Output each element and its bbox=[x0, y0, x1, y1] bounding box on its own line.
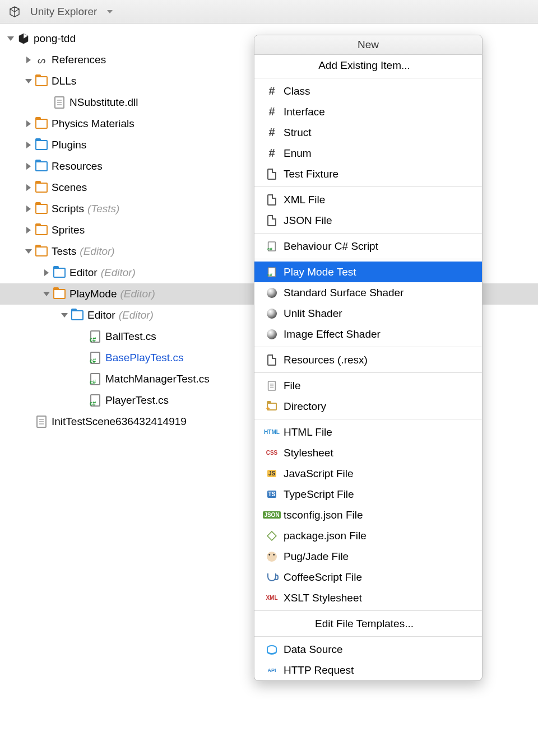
disclosure-icon[interactable] bbox=[40, 292, 53, 296]
menu-label: HTTP Request bbox=[284, 664, 354, 676]
hash-icon: # bbox=[266, 148, 278, 159]
menu-behaviour-script[interactable]: Behaviour C# Script bbox=[254, 236, 482, 256]
tree-label: Editor bbox=[69, 267, 98, 279]
menu-file[interactable]: File bbox=[254, 375, 482, 396]
menu-label: Interface bbox=[284, 106, 325, 118]
menu-interface[interactable]: #Interface bbox=[254, 101, 482, 122]
menu-xslt-stylesheet[interactable]: XMLXSLT Stylesheet bbox=[254, 587, 482, 608]
menu-data-source[interactable]: Data Source bbox=[254, 639, 482, 660]
menu-label: Directory bbox=[284, 400, 326, 413]
tree-label: pong-tdd bbox=[34, 32, 76, 45]
menu-stylesheet[interactable]: CSSStylesheet bbox=[254, 442, 482, 463]
menu-separator bbox=[254, 610, 482, 611]
disclosure-icon[interactable] bbox=[4, 36, 17, 41]
disclosure-icon[interactable] bbox=[22, 57, 35, 63]
disclosure-icon[interactable] bbox=[22, 249, 35, 254]
folder-icon bbox=[35, 203, 48, 215]
menu-html-file[interactable]: HTMLHTML File bbox=[254, 422, 482, 442]
menu-standard-shader[interactable]: Standard Surface Shader bbox=[254, 282, 482, 303]
menu-label: Data Source bbox=[284, 643, 343, 656]
menu-javascript-file[interactable]: JSJavaScript File bbox=[254, 463, 482, 484]
menu-typescript-file[interactable]: TSTypeScript File bbox=[254, 484, 482, 505]
menu-class[interactable]: #Class bbox=[254, 81, 482, 101]
menu-separator bbox=[254, 233, 482, 234]
disclosure-icon[interactable] bbox=[40, 269, 53, 276]
panel-title: Unity Explorer bbox=[30, 6, 97, 18]
menu-xml-file[interactable]: XML File bbox=[254, 189, 482, 210]
disclosure-icon[interactable] bbox=[22, 184, 35, 191]
csharp-file-icon bbox=[89, 330, 102, 343]
menu-coffeescript-file[interactable]: CoffeeScript File bbox=[254, 567, 482, 587]
tree-label: BasePlayTest.cs bbox=[105, 352, 183, 364]
tree-label: BallTest.cs bbox=[105, 330, 156, 343]
tree-label: Resources bbox=[52, 160, 103, 172]
menu-json-file[interactable]: JSON File bbox=[254, 210, 482, 231]
unity-project-icon bbox=[17, 32, 30, 45]
pug-icon bbox=[266, 551, 278, 562]
disclosure-icon[interactable] bbox=[22, 206, 35, 212]
api-icon: API bbox=[266, 665, 278, 676]
tree-label: Scripts bbox=[52, 203, 84, 215]
dropdown-icon[interactable] bbox=[107, 10, 113, 13]
menu-label: CoffeeScript File bbox=[284, 571, 362, 584]
disclosure-icon[interactable] bbox=[22, 120, 35, 127]
coffee-icon bbox=[266, 572, 278, 583]
menu-title: New bbox=[254, 35, 482, 55]
hash-icon: # bbox=[266, 86, 278, 97]
tree-label: References bbox=[52, 54, 106, 66]
menu-enum[interactable]: #Enum bbox=[254, 143, 482, 164]
file-icon bbox=[35, 416, 48, 428]
menu-play-mode-test[interactable]: Play Mode Test bbox=[254, 262, 482, 282]
disclosure-icon[interactable] bbox=[22, 227, 35, 234]
menu-label: tsconfig.json File bbox=[284, 509, 363, 521]
csharp-file-icon bbox=[89, 373, 102, 385]
disclosure-icon[interactable] bbox=[22, 79, 35, 83]
menu-label: JavaScript File bbox=[284, 468, 354, 480]
csharp-file-icon bbox=[89, 394, 102, 407]
menu-directory[interactable]: Directory bbox=[254, 396, 482, 417]
tree-label: Physics Materials bbox=[52, 118, 134, 130]
disclosure-icon[interactable] bbox=[22, 163, 35, 170]
json-file-icon: JSON bbox=[266, 510, 278, 521]
menu-pug-file[interactable]: Pug/Jade File bbox=[254, 546, 482, 567]
menu-image-effect-shader[interactable]: Image Effect Shader bbox=[254, 324, 482, 344]
menu-separator bbox=[254, 347, 482, 347]
file-icon bbox=[266, 380, 278, 391]
page-icon bbox=[266, 215, 278, 226]
folder-icon bbox=[35, 224, 48, 236]
file-icon bbox=[53, 96, 66, 109]
tree-label: Scenes bbox=[52, 181, 87, 194]
ts-file-icon: TS bbox=[266, 489, 278, 500]
menu-tsconfig-file[interactable]: JSONtsconfig.json File bbox=[254, 505, 482, 525]
folder-icon bbox=[35, 75, 48, 87]
folder-icon bbox=[53, 288, 66, 300]
hash-icon: # bbox=[266, 106, 278, 118]
panel-header[interactable]: Unity Explorer bbox=[0, 0, 538, 24]
page-icon bbox=[266, 354, 278, 366]
menu-package-json-file[interactable]: package.json File bbox=[254, 525, 482, 546]
tree-label: NSubstitute.dll bbox=[69, 96, 138, 109]
menu-test-fixture[interactable]: Test Fixture bbox=[254, 164, 482, 184]
page-icon bbox=[266, 169, 278, 180]
menu-label: Edit File Templates... bbox=[315, 618, 414, 630]
disclosure-icon[interactable] bbox=[22, 142, 35, 148]
menu-label: Add Existing Item... bbox=[318, 59, 410, 72]
menu-separator bbox=[254, 372, 482, 373]
menu-label: Image Effect Shader bbox=[284, 328, 381, 340]
menu-add-existing[interactable]: Add Existing Item... bbox=[254, 55, 482, 76]
tree-annotation: (Editor) bbox=[80, 245, 114, 258]
menu-edit-templates[interactable]: Edit File Templates... bbox=[254, 613, 482, 634]
menu-label: Struct bbox=[284, 127, 312, 139]
menu-label: Class bbox=[284, 85, 310, 97]
menu-separator bbox=[254, 419, 482, 419]
disclosure-icon[interactable] bbox=[58, 313, 71, 318]
menu-label: Test Fixture bbox=[284, 168, 338, 180]
tree-label: Tests bbox=[52, 245, 76, 258]
folder-plugin-icon bbox=[35, 139, 48, 151]
menu-label: File bbox=[284, 380, 301, 392]
menu-resx[interactable]: Resources (.resx) bbox=[254, 349, 482, 370]
menu-struct[interactable]: #Struct bbox=[254, 122, 482, 143]
menu-unlit-shader[interactable]: Unlit Shader bbox=[254, 303, 482, 324]
menu-http-request[interactable]: APIHTTP Request bbox=[254, 660, 482, 680]
references-icon: ᔕ bbox=[35, 54, 48, 66]
